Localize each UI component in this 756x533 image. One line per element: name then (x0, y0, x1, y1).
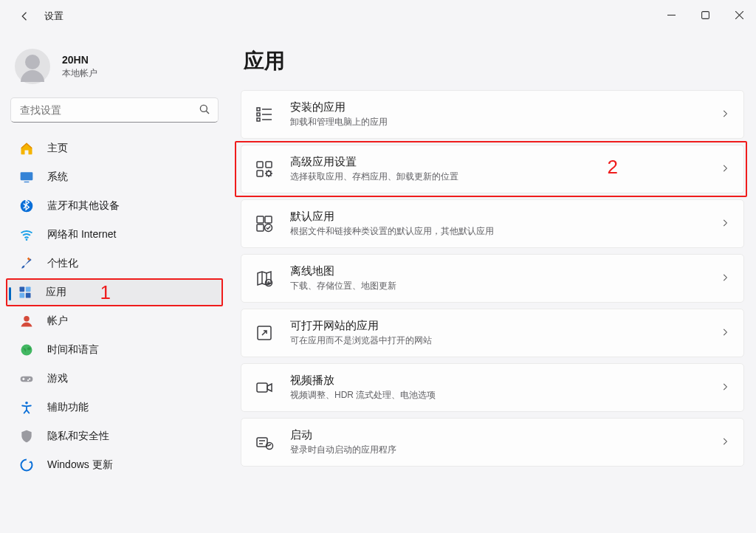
nav-label: 隐私和安全性 (47, 430, 109, 443)
svg-rect-11 (26, 287, 31, 292)
nav-label: 游戏 (47, 372, 68, 385)
nav-item-access[interactable]: 辅助功能 (9, 393, 220, 422)
svg-rect-38 (257, 383, 267, 392)
svg-rect-10 (20, 287, 25, 292)
nav-item-bluetooth[interactable]: 蓝牙和其他设备 (9, 192, 220, 220)
card-maps[interactable]: 离线地图下载、存储位置、地图更新 (241, 254, 744, 303)
card-websites[interactable]: 可打开网站的应用可在应用而不是浏览器中打开的网站 (241, 309, 744, 357)
back-arrow-icon (18, 10, 32, 23)
list-icon (255, 105, 274, 124)
nav-label: 系统 (47, 171, 68, 184)
nav-item-privacy[interactable]: 隐私和安全性 (9, 422, 220, 450)
svg-rect-13 (26, 293, 31, 298)
nav-label: 主页 (47, 142, 68, 155)
close-button[interactable] (722, 0, 756, 30)
close-icon (735, 11, 743, 19)
update-icon (19, 458, 34, 472)
globe-icon (19, 343, 34, 357)
open-external-icon (255, 323, 274, 343)
chevron-right-icon (720, 109, 730, 121)
svg-rect-22 (257, 108, 260, 111)
card-title: 安装的应用 (290, 100, 720, 114)
account-name: 20HN (62, 54, 97, 66)
svg-rect-28 (257, 162, 263, 168)
home-icon (19, 141, 34, 156)
search-input[interactable] (10, 97, 219, 123)
card-desc: 下载、存储位置、地图更新 (290, 280, 720, 292)
nav-label: 应用 (46, 286, 66, 299)
minimize-button[interactable] (654, 0, 688, 30)
svg-rect-24 (257, 118, 260, 121)
search-wrap (10, 97, 219, 123)
nav-label: Windows 更新 (47, 458, 113, 472)
card-defaults[interactable]: 默认应用根据文件和链接种类设置的默认应用，其他默认应用 (241, 199, 744, 248)
nav-item-system[interactable]: 系统 (9, 163, 220, 191)
person-icon (19, 314, 34, 329)
nav-item-update[interactable]: Windows 更新 (9, 451, 220, 479)
chevron-right-icon (720, 382, 730, 394)
nav-item-personal[interactable]: 个性化 (9, 250, 220, 278)
account-block[interactable]: 20HN 本地帐户 (6, 40, 223, 97)
chevron-right-icon (720, 218, 730, 230)
card-desc: 卸载和管理电脑上的应用 (290, 116, 720, 128)
nav-label: 帐户 (47, 314, 68, 328)
card-title: 视频播放 (290, 374, 720, 388)
card-title: 可打开网站的应用 (290, 319, 720, 333)
svg-point-14 (24, 316, 30, 322)
svg-rect-34 (257, 224, 264, 231)
startup-icon (255, 433, 274, 452)
nav-label: 时间和语言 (47, 343, 99, 357)
svg-rect-23 (257, 113, 260, 116)
nav-item-gaming[interactable]: 游戏 (9, 365, 220, 393)
brush-icon (19, 256, 34, 271)
svg-rect-6 (21, 172, 33, 180)
svg-point-19 (27, 379, 29, 381)
svg-point-15 (21, 345, 32, 356)
nav-label: 个性化 (47, 257, 78, 270)
gamepad-icon (19, 371, 34, 386)
minimize-icon (667, 11, 676, 19)
nav-item-time[interactable]: 时间和语言 (9, 336, 220, 364)
svg-point-9 (26, 238, 28, 241)
card-startup[interactable]: 启动登录时自动启动的应用程序 (241, 418, 744, 467)
svg-point-20 (25, 402, 28, 405)
back-button[interactable] (13, 4, 37, 28)
svg-rect-17 (21, 376, 33, 382)
annotation-1: 1 (100, 281, 111, 304)
annotation-2: 2 (608, 156, 618, 179)
card-title: 高级应用设置 (290, 155, 720, 169)
avatar (15, 49, 50, 84)
card-video[interactable]: 视频播放视频调整、HDR 流式处理、电池选项 (241, 363, 744, 412)
video-icon (255, 378, 274, 397)
nav-item-accounts[interactable]: 帐户 (9, 307, 220, 335)
maximize-button[interactable] (688, 0, 722, 30)
main-content: 应用 安装的应用卸载和管理电脑上的应用高级应用设置选择获取应用、存档应用、卸载更… (229, 32, 756, 533)
card-desc: 选择获取应用、存档应用、卸载更新的位置 (290, 171, 720, 183)
card-advanced[interactable]: 高级应用设置选择获取应用、存档应用、卸载更新的位置2 (241, 145, 744, 193)
map-icon (255, 269, 274, 288)
svg-rect-33 (265, 216, 272, 223)
svg-rect-12 (20, 293, 25, 298)
shield-icon (19, 429, 34, 444)
nav-item-home[interactable]: 主页 (9, 134, 220, 162)
bluetooth-icon (19, 199, 34, 213)
card-desc: 视频调整、HDR 流式处理、电池选项 (290, 389, 720, 402)
card-title: 启动 (290, 428, 720, 442)
system-icon (19, 170, 34, 185)
check-grid-icon (255, 214, 274, 233)
sidebar: 20HN 本地帐户 主页系统蓝牙和其他设备网络和 Internet个性化应用1帐… (0, 32, 229, 533)
nav-label: 蓝牙和其他设备 (47, 199, 120, 213)
nav-item-network[interactable]: 网络和 Internet (9, 221, 220, 249)
access-icon (19, 400, 34, 415)
window-controls (654, 0, 756, 30)
card-installed[interactable]: 安装的应用卸载和管理电脑上的应用 (241, 90, 744, 139)
svg-rect-7 (24, 182, 30, 182)
app-title: 设置 (44, 10, 63, 23)
nav-item-apps[interactable]: 应用1 (6, 278, 223, 306)
chevron-right-icon (720, 163, 730, 176)
chevron-right-icon (720, 436, 730, 449)
page-title: 应用 (244, 47, 744, 75)
card-desc: 登录时自动启动的应用程序 (290, 444, 720, 456)
svg-rect-29 (266, 162, 272, 168)
cards-list: 安装的应用卸载和管理电脑上的应用高级应用设置选择获取应用、存档应用、卸载更新的位… (241, 90, 744, 470)
